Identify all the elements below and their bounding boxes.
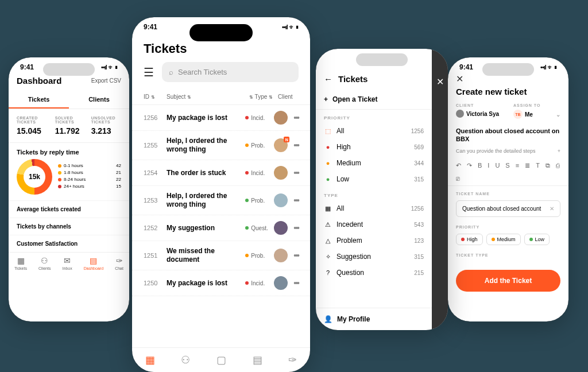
toolbar-button-9[interactable]: ⧉ (546, 162, 550, 169)
nav-clients-icon[interactable]: ⚇ (181, 354, 190, 366)
ticket-row[interactable]: 1254The order is stuckIncid.••• (132, 160, 310, 186)
client-value[interactable]: Victoria Sya (456, 110, 503, 118)
toolbar-button-3[interactable]: I (488, 162, 489, 169)
bottom-tab-dashboard[interactable]: ▤Dashboard (84, 256, 103, 270)
more-icon[interactable]: ••• (293, 278, 299, 288)
ticket-subject: Help, I ordered the wrong thing (167, 192, 242, 209)
add-step-icon[interactable]: + (558, 148, 560, 154)
toolbar-button-2[interactable]: B (478, 162, 482, 169)
col-type[interactable]: ⇅ Type ⇅ (249, 94, 274, 100)
ticket-id: 1256 (144, 114, 163, 121)
tab-tickets[interactable]: Tickets (9, 91, 69, 108)
more-icon[interactable]: ••• (293, 223, 299, 232)
close-icon[interactable]: ✕ (456, 74, 463, 84)
ticket-row[interactable]: 1250My package is lostIncid.••• (132, 270, 310, 296)
bottom-tab-tickets[interactable]: ▦Tickets (14, 256, 27, 270)
ticket-row[interactable]: 1251We missed the documentProb.••• (132, 241, 310, 270)
legend-row: 1-8 hours21 (58, 170, 121, 175)
nav-chat-icon[interactable]: ✑ (288, 354, 297, 366)
nav-dashboard-icon[interactable]: ▤ (253, 354, 262, 366)
toolbar-button-4[interactable]: U (495, 162, 500, 169)
priority-section-label: PRIORITY (316, 110, 432, 123)
ticket-row[interactable]: 1255Help, I ordered the wrong thingProb.… (132, 131, 310, 160)
ticket-subject: We missed the document (167, 247, 242, 264)
toolbar-button-8[interactable]: T (536, 162, 540, 169)
nav-inbox-icon[interactable]: ▢ (216, 354, 226, 366)
my-profile-button[interactable]: 👤 My Profile (316, 308, 432, 330)
toolbar-button-6[interactable]: ≡ (516, 162, 519, 169)
subject-text: Question about closed account on BBX (448, 125, 568, 146)
assign-label: ASSIGN TO (513, 103, 560, 107)
more-icon[interactable]: ••• (293, 141, 299, 150)
col-client[interactable]: Client (278, 94, 299, 100)
close-button[interactable]: ✕ (432, 49, 448, 330)
chevron-down-icon: ⌄ (556, 111, 560, 118)
tab-clients[interactable]: Clients (69, 91, 129, 108)
description-hint[interactable]: Can you provide the detailed steps (456, 148, 536, 154)
chart-title: Tickets by reply time (9, 143, 129, 159)
toolbar-button-1[interactable]: ↷ (467, 162, 472, 169)
stat-value: 11.792 (55, 126, 81, 135)
client-avatar (274, 249, 288, 262)
more-icon[interactable]: ••• (293, 168, 299, 177)
export-csv-button[interactable]: Export CSV (91, 78, 121, 84)
priority-chip-medium[interactable]: Medium (486, 234, 521, 245)
type-item-incedent[interactable]: ⚠Incedent543 (316, 216, 432, 232)
ticket-name-input[interactable]: Question about closed account ✕ (456, 200, 560, 217)
priority-label: PRIORITY (448, 219, 568, 231)
add-ticket-button[interactable]: Add the Ticket (456, 270, 560, 292)
stat-label: SOLVED TICKETS (55, 116, 81, 124)
ticket-subject: My package is lost (167, 279, 242, 288)
stat-label: CREATED TICKETS (17, 116, 45, 124)
type-section-label: TYPE (316, 187, 432, 200)
bottom-tab-chat[interactable]: ✑Chat (115, 256, 123, 270)
assign-value[interactable]: TBMe⌄ (513, 110, 560, 119)
ticket-subject: My suggestion (167, 224, 242, 232)
priority-item-low[interactable]: ●Low315 (316, 171, 432, 187)
legend-row: 8-24 hours22 (58, 177, 121, 182)
type-item-problem[interactable]: △Problem123 (316, 232, 432, 249)
ticket-row[interactable]: 1252My suggestionQuest.••• (132, 215, 310, 241)
nav-tickets-icon[interactable]: ▦ (145, 354, 155, 366)
client-label: CLIENT (456, 103, 503, 107)
type-item-suggestion[interactable]: ✧Suggestion315 (316, 249, 432, 265)
section-row[interactable]: Tickets by channels (9, 218, 129, 235)
donut-chart: 15k (17, 159, 52, 195)
priority-chip-low[interactable]: Low (524, 234, 550, 245)
ticket-id: 1253 (144, 197, 163, 204)
status-icons: ••ıl ᯤ ▮ (282, 24, 299, 30)
toolbar-button-11[interactable]: ⎚ (456, 175, 460, 182)
bottom-tab-inbox[interactable]: ✉Inbox (63, 256, 72, 270)
priority-item-all[interactable]: ⬚All1256 (316, 123, 432, 139)
ticket-type: Prob. (245, 253, 270, 259)
toolbar-button-10[interactable]: ⎙ (556, 162, 560, 169)
legend-row: 0-1 hours42 (58, 163, 121, 168)
create-ticket-title: Create new ticket (448, 84, 568, 103)
priority-chip-high[interactable]: High (456, 234, 483, 245)
priority-item-high[interactable]: ●High569 (316, 139, 432, 155)
stat-label: UNSOLVED TICKETS (91, 116, 121, 124)
section-row[interactable]: Customer Satisfaction (9, 235, 129, 252)
more-icon[interactable]: ••• (293, 251, 299, 260)
type-item-question[interactable]: ?Question215 (316, 265, 432, 281)
col-id[interactable]: ID ⇅ (144, 94, 163, 100)
toolbar-button-0[interactable]: ↶ (456, 162, 461, 169)
ticket-row[interactable]: 1253Help, I ordered the wrong thingProb.… (132, 186, 310, 215)
more-icon[interactable]: ••• (293, 196, 299, 205)
toolbar-button-5[interactable]: S (505, 162, 509, 169)
col-subject[interactable]: Subject ⇅ (167, 94, 246, 100)
open-ticket-button[interactable]: + Open a Ticket (316, 90, 432, 110)
type-item-all[interactable]: ▦All1256 (316, 200, 432, 216)
ticket-subject: The order is stuck (167, 169, 242, 177)
search-input[interactable]: ⌕ Search Tickets (162, 62, 299, 82)
menu-icon[interactable]: ☰ (144, 65, 155, 79)
toolbar-button-7[interactable]: ≣ (525, 162, 530, 169)
more-icon[interactable]: ••• (293, 113, 299, 122)
section-row[interactable]: Average tickets created (9, 200, 129, 218)
client-avatar (274, 221, 288, 235)
back-icon[interactable]: ← (324, 74, 332, 84)
ticket-row[interactable]: 1256My package is lostIncid.••• (132, 105, 310, 131)
priority-item-medium[interactable]: ●Medium344 (316, 155, 432, 171)
bottom-tab-clients[interactable]: ⚇Clients (38, 256, 51, 270)
clear-icon[interactable]: ✕ (550, 206, 554, 212)
